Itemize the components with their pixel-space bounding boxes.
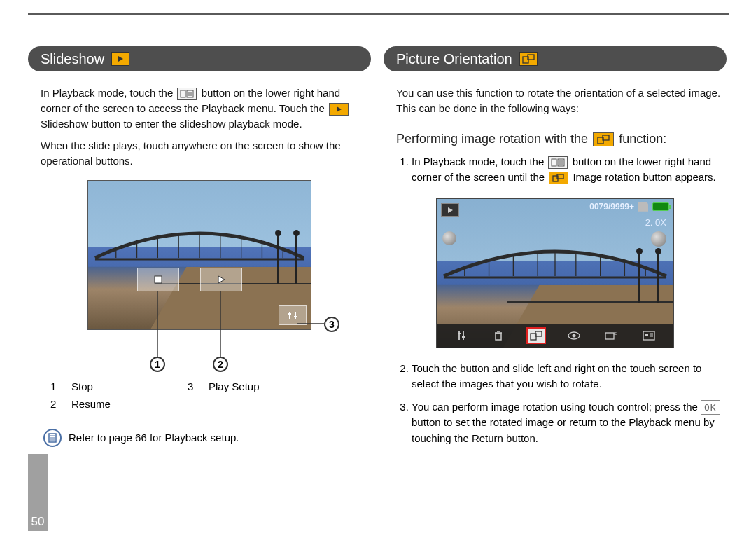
text: In Playback mode, touch the [41,87,176,99]
step-2: Touch the button and slide left and righ… [412,361,727,392]
step-1: In Playback mode, touch the button on th… [412,154,727,186]
frame-counter: 0079/9999+ [589,202,634,212]
text: You can perform image rotation using tou… [412,401,701,413]
rotate-icon[interactable] [527,328,545,343]
play-setup-overlay-button[interactable] [279,305,307,325]
legend-num: 2 [50,395,60,413]
footnote: Refer to page 66 for Playback setup. [43,429,371,447]
status-bar: 0079/9999+ [589,202,669,212]
svg-marker-6 [337,106,342,112]
callout-1: 1 [150,357,165,372]
section-title: Picture Orientation [396,51,512,67]
stop-overlay-button[interactable] [137,268,179,291]
delete-icon[interactable] [489,328,507,343]
svg-rect-16 [155,276,162,283]
svg-rect-46 [496,334,501,340]
left-column: Slideshow In Playback mode, touch the bu… [28,46,371,453]
rotate-icon [519,52,538,66]
legend-label: Stop [71,378,93,396]
camera-screen: 0079/9999+ 2. 0X S [436,198,674,348]
orientation-intro: You can use this function to rotate the … [384,85,727,123]
rotation-steps: In Playback mode, touch the button on th… [384,154,727,193]
text: When the slide plays, touch anywhere on … [41,138,368,169]
text: function: [619,132,666,146]
note-icon [43,429,62,447]
text: Slideshow button to enter the slideshow … [41,118,302,130]
resize-icon[interactable]: S [602,328,620,343]
subheading: Performing image rotation with the funct… [396,130,724,147]
text: Performing image rotation with the [396,132,592,146]
camera-screen [88,180,312,330]
section-title: Slideshow [41,51,104,67]
manual-page: Slideshow In Playback mode, touch the bu… [28,13,729,528]
step-3: You can perform image rotation using tou… [412,399,727,447]
svg-rect-53 [606,333,614,339]
callout-2: 2 [213,357,228,372]
right-dial-icon [651,231,666,247]
callout-legend: 1Stop 3Play Setup 2Resume [50,378,371,413]
svg-marker-0 [118,56,123,62]
zoom-level: 2. 0X [645,217,666,228]
sd-card-icon [638,202,648,212]
rotate-function-icon [593,132,614,146]
touch-menu-icon [177,88,197,100]
svg-marker-17 [218,276,225,283]
tools-icon[interactable] [452,328,470,343]
legend-label: Resume [71,395,111,413]
bottom-toolbar: S [437,324,673,348]
text: In Playback mode, touch the [412,156,547,167]
svg-text:S: S [614,331,617,336]
svg-rect-56 [645,334,648,336]
ok-button-icon: OK [701,400,720,415]
text: You can use this function to rotate the … [396,85,724,116]
redeye-icon[interactable] [565,328,583,343]
rotate-button-icon [549,172,568,184]
slideshow-instructions: In Playback mode, touch the button on th… [28,85,371,176]
svg-marker-45 [448,207,453,213]
left-dial-icon [442,231,456,245]
text: button to set the rotated image or retur… [412,416,715,444]
callout-3: 3 [324,317,340,332]
display-icon[interactable] [640,328,658,343]
section-header-orientation: Picture Orientation [384,46,727,71]
rotation-steps-cont: Touch the button and slide left and righ… [384,361,727,454]
resume-overlay-button[interactable] [200,268,242,291]
legend-label: Play Setup [209,378,260,396]
slideshow-button-icon [329,103,349,116]
legend-num: 1 [50,378,60,396]
page-number: 50 [28,515,48,529]
text: Image rotation button appears. [573,171,715,183]
playback-mode-icon [441,203,459,217]
svg-point-52 [572,334,575,337]
right-column: Picture Orientation You can use this fun… [384,46,727,453]
battery-icon [652,202,669,211]
orientation-screenshot: 0079/9999+ 2. 0X S [436,198,674,348]
svg-rect-29 [552,159,556,166]
svg-rect-55 [643,331,654,340]
legend-num: 3 [188,378,197,396]
footnote-text: Refer to page 66 for Playback setup. [69,432,239,444]
slideshow-screenshot: 1 2 3 [88,180,312,330]
slideshow-play-icon [111,52,130,66]
svg-rect-1 [181,90,186,97]
touch-menu-icon [548,156,568,169]
section-header-slideshow: Slideshow [28,46,371,71]
